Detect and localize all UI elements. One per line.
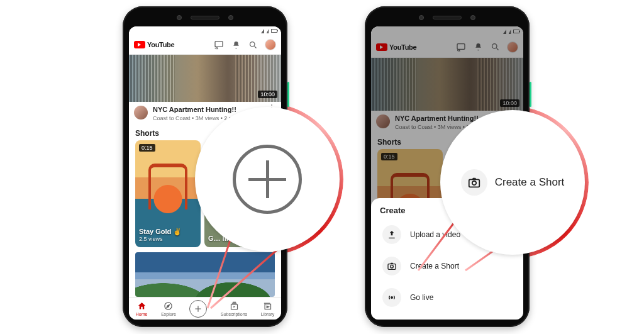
camera-icon: [382, 257, 401, 276]
nav-label: Home: [136, 312, 148, 316]
phone-power-button: [530, 82, 531, 107]
plus-icon: [189, 300, 207, 318]
sheet-item-label: Create a Short: [410, 262, 459, 270]
bottom-nav: Home Explore Subscrip: [129, 297, 281, 320]
cast-icon[interactable]: [214, 40, 224, 50]
short-card-0[interactable]: 0:15 Stay Gold ✌️ 2.5 views: [135, 140, 201, 247]
live-icon: [382, 288, 401, 307]
svg-point-10: [472, 181, 476, 185]
app-bar: YouTube: [129, 35, 281, 54]
phone-sensors: [419, 15, 475, 20]
youtube-play-icon: [134, 41, 145, 48]
svg-rect-0: [215, 42, 223, 47]
svg-point-8: [391, 297, 393, 299]
phone-power-button: [287, 82, 289, 107]
upload-icon: [382, 225, 401, 244]
subscriptions-icon: [230, 301, 239, 311]
library-icon: [263, 301, 272, 311]
nav-create[interactable]: [189, 300, 207, 318]
youtube-wordmark: YouTube: [147, 41, 174, 48]
nav-explore[interactable]: Explore: [161, 301, 176, 316]
svg-point-7: [391, 265, 394, 268]
camera-icon: [461, 169, 487, 196]
illustration-stage: YouTube 10:00: [0, 0, 644, 334]
youtube-logo[interactable]: YouTube: [134, 41, 214, 48]
home-icon: [137, 301, 147, 311]
search-icon[interactable]: [248, 40, 258, 50]
svg-point-1: [250, 42, 255, 47]
compass-icon: [164, 301, 173, 311]
sheet-item-label: Go live: [410, 293, 433, 302]
avatar[interactable]: [265, 39, 276, 50]
phone-sensors: [177, 15, 233, 20]
bell-icon[interactable]: [231, 40, 241, 50]
nav-label: Subscriptions: [221, 312, 247, 316]
status-bar: [129, 26, 281, 35]
short-duration-badge: 0:15: [139, 144, 155, 152]
sheet-item-go-live[interactable]: Go live: [380, 282, 514, 313]
magnified-plus-icon: [233, 145, 302, 214]
nav-label: Library: [261, 312, 274, 316]
magnifier-create-button: [195, 107, 340, 252]
nav-subscriptions[interactable]: Subscriptions: [221, 301, 247, 316]
magnifier-create-short: Create a Short: [440, 110, 585, 255]
short-title: Stay Gold ✌️: [139, 228, 197, 236]
nav-library[interactable]: Library: [261, 301, 274, 316]
video-thumbnail[interactable]: [135, 252, 275, 297]
hero-duration-badge: 10:00: [258, 91, 277, 98]
channel-avatar[interactable]: [134, 106, 148, 120]
hero-thumbnail[interactable]: 10:00: [129, 55, 281, 102]
nav-home[interactable]: Home: [136, 301, 148, 316]
sheet-item-create-short[interactable]: Create a Short: [380, 250, 514, 282]
magnifier-label: Create a Short: [495, 176, 565, 189]
sheet-item-label: Upload a video: [410, 230, 460, 239]
nav-label: Explore: [161, 312, 176, 316]
short-views: 2.5 views: [139, 236, 197, 242]
